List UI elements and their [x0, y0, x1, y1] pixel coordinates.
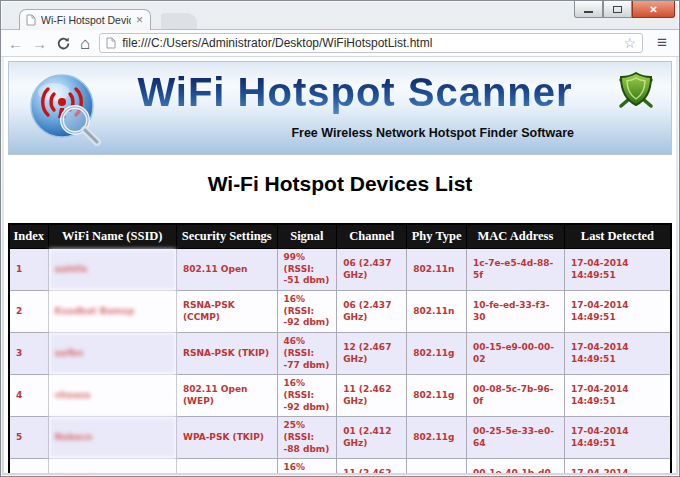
table-cell: 802.11g: [407, 375, 467, 417]
column-header: Signal: [277, 224, 337, 249]
table-cell: 06 (2.437 GHz): [337, 291, 407, 333]
table-cell: RSNA-PSK (CCMP): [176, 291, 277, 333]
table-cell: 12 (2.467 GHz): [337, 333, 407, 375]
table-cell: 25% (RSSI: -88 dbm): [277, 417, 337, 459]
titlebar[interactable]: Wi-Fi Hotspot Devices List × ✕: [1, 1, 679, 29]
close-icon: ✕: [649, 4, 657, 15]
securityxploded-shield-icon: [615, 70, 657, 114]
table-cell: WPA-PSK (TKIP): [176, 417, 277, 459]
url-page-icon: [106, 37, 116, 49]
table-cell: 16% (RSSI: -92 dbm): [277, 291, 337, 333]
maximize-button[interactable]: [603, 1, 632, 18]
table-row: 5NabacnWPA-PSK (TKIP)25% (RSSI: -88 dbm)…: [9, 417, 671, 459]
browser-tab[interactable]: Wi-Fi Hotspot Devices List ×: [19, 9, 151, 30]
table-cell: 802.11n: [407, 291, 467, 333]
ssid-cell: vhaasa: [48, 375, 176, 417]
app-title: WiFi Hotspot Scanner: [105, 70, 605, 115]
table-cell: 802.11 Open: [176, 249, 277, 291]
table-cell: 99% (RSSI: -51 dbm): [277, 249, 337, 291]
table-row: 3aafbnRSNA-PSK (TKIP)46% (RSSI: -77 dbm)…: [9, 333, 671, 375]
table-cell: 00-1e-40-1b-d0-f4: [466, 459, 564, 473]
table-cell: 3: [9, 333, 48, 375]
close-button[interactable]: ✕: [632, 1, 675, 18]
table-cell: 11 (2.462 GHz): [337, 459, 407, 473]
ssid-cell: Kxadbat Bamxp: [48, 291, 176, 333]
table-cell: 802.11g: [407, 417, 467, 459]
wifi-scanner-logo-icon: [21, 66, 107, 152]
reload-icon[interactable]: [56, 36, 71, 51]
table-cell: 5: [9, 417, 48, 459]
page-content: WiFi Hotspot Scanner Free Wireless Netwo…: [4, 57, 676, 473]
page-icon: [26, 14, 36, 26]
table-cell: RSNA-PSK (TKIP): [176, 333, 277, 375]
menu-icon[interactable]: ≡: [652, 33, 672, 53]
hotspot-table: IndexWiFi Name (SSID)Security SettingsSi…: [8, 223, 672, 473]
table-cell: 06 (2.437 GHz): [337, 249, 407, 291]
column-header: Phy Type: [407, 224, 467, 249]
bookmark-star-icon[interactable]: ☆: [623, 35, 636, 51]
url-bar[interactable]: file:///C:/Users/Administrator/Desktop/W…: [99, 33, 643, 53]
table-cell: 10-fe-ed-33-f3-30: [466, 291, 564, 333]
table-cell: 16% (RSSI: -92 dbm): [277, 459, 337, 473]
ssid-cell: Krislatfho: [48, 459, 176, 473]
column-header: Last Detected: [564, 224, 671, 249]
minimize-icon: [584, 10, 593, 13]
table-cell: 00-08-5c-7b-96-0f: [466, 375, 564, 417]
table-cell: 17-04-2014 14:49:51: [564, 249, 671, 291]
table-cell: 802.11g: [407, 333, 467, 375]
table-row: 1aahtfe802.11 Open99% (RSSI: -51 dbm)06 …: [9, 249, 671, 291]
column-header: Security Settings: [176, 224, 277, 249]
app-banner: WiFi Hotspot Scanner Free Wireless Netwo…: [8, 61, 672, 155]
table-row: 6KrislatfhoWPA-PSK (TKIP)16% (RSSI: -92 …: [9, 459, 671, 473]
page-title: Wi-Fi Hotspot Devices List: [4, 172, 676, 196]
table-cell: 17-04-2014 14:49:51: [564, 417, 671, 459]
table-cell: 46% (RSSI: -77 dbm): [277, 333, 337, 375]
table-cell: 802.11g: [407, 459, 467, 473]
table-body: 1aahtfe802.11 Open99% (RSSI: -51 dbm)06 …: [9, 249, 671, 474]
tab-title: Wi-Fi Hotspot Devices List: [41, 14, 131, 26]
column-header: MAC Address: [466, 224, 564, 249]
ssid-cell: aahtfe: [48, 249, 176, 291]
table-cell: WPA-PSK (TKIP): [176, 459, 277, 473]
window-controls: ✕: [574, 1, 675, 18]
ssid-cell: Nabacn: [48, 417, 176, 459]
table-cell: 17-04-2014 14:49:51: [564, 459, 671, 473]
back-icon[interactable]: ←: [8, 36, 23, 51]
table-cell: 17-04-2014 14:49:51: [564, 291, 671, 333]
maximize-icon: [613, 6, 622, 13]
table-header-row: IndexWiFi Name (SSID)Security SettingsSi…: [9, 224, 671, 249]
table-cell: 6: [9, 459, 48, 473]
table-cell: 802.11 Open (WEP): [176, 375, 277, 417]
table-cell: 17-04-2014 14:49:51: [564, 333, 671, 375]
column-header: Channel: [337, 224, 407, 249]
table-cell: 4: [9, 375, 48, 417]
tab-close-icon[interactable]: ×: [136, 14, 143, 26]
column-header: WiFi Name (SSID): [48, 224, 176, 249]
home-icon[interactable]: ⌂: [80, 35, 90, 52]
new-tab-button[interactable]: [161, 13, 197, 29]
table-row: 2Kxadbat BamxpRSNA-PSK (CCMP)16% (RSSI: …: [9, 291, 671, 333]
browser-toolbar: ← → ⌂ file:///C:/Users/Administrator/Des…: [1, 29, 679, 57]
minimize-button[interactable]: [574, 1, 603, 18]
app-tagline: Free Wireless Network Hotspot Finder Sof…: [221, 126, 645, 140]
table-cell: 16% (RSSI: -92 dbm): [277, 375, 337, 417]
table-cell: 11 (2.462 GHz): [337, 375, 407, 417]
column-header: Index: [9, 224, 48, 249]
table-cell: 802.11n: [407, 249, 467, 291]
table-cell: 2: [9, 291, 48, 333]
url-text[interactable]: file:///C:/Users/Administrator/Desktop/W…: [122, 36, 432, 50]
table-cell: 1: [9, 249, 48, 291]
table-cell: 1c-7e-e5-4d-88-5f: [466, 249, 564, 291]
forward-icon[interactable]: →: [32, 36, 47, 51]
table-row: 4vhaasa802.11 Open (WEP)16% (RSSI: -92 d…: [9, 375, 671, 417]
ssid-cell: aafbn: [48, 333, 176, 375]
table-cell: 17-04-2014 14:49:51: [564, 375, 671, 417]
table-cell: 01 (2.412 GHz): [337, 417, 407, 459]
table-cell: 00-15-e9-00-00-02: [466, 333, 564, 375]
browser-window: Wi-Fi Hotspot Devices List × ✕ ← → ⌂ fil…: [0, 0, 680, 477]
table-cell: 00-25-5e-33-e0-64: [466, 417, 564, 459]
